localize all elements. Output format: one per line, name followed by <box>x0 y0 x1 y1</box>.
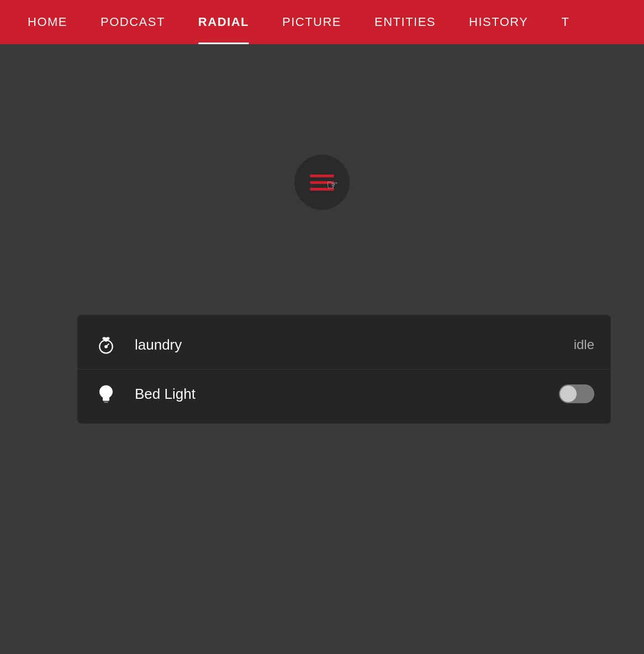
navbar: HOME PODCAST RADIAL PICTURE ENTITIES HIS… <box>0 0 644 44</box>
bed-light-row[interactable]: Bed Light <box>77 369 611 418</box>
nav-label-home: HOME <box>28 15 67 29</box>
nav-item-radial[interactable]: RADIAL <box>182 0 266 44</box>
svg-point-6 <box>105 346 107 348</box>
toggle-knob <box>560 386 577 402</box>
cursor-icon: ☞ <box>326 177 339 193</box>
nav-item-entities[interactable]: ENTITIES <box>358 0 452 44</box>
nav-label-t: T <box>562 15 570 29</box>
nav-item-t[interactable]: T <box>545 0 587 44</box>
nav-item-history[interactable]: HISTORY <box>452 0 545 44</box>
laundry-status: idle <box>574 337 594 352</box>
bed-light-toggle[interactable] <box>559 384 594 403</box>
bed-light-label: Bed Light <box>135 386 559 403</box>
nav-label-podcast: PODCAST <box>101 15 165 29</box>
bulb-icon <box>94 382 118 406</box>
radial-menu-button[interactable]: ☞ <box>294 155 350 210</box>
laundry-label: laundry <box>135 336 574 354</box>
nav-label-picture: PICTURE <box>282 15 341 29</box>
nav-item-home[interactable]: HOME <box>11 0 84 44</box>
nav-label-entities: ENTITIES <box>374 15 436 29</box>
entity-panel: laundry idle Bed Light <box>77 315 611 424</box>
main-content: ☞ <box>0 44 644 654</box>
nav-label-radial: RADIAL <box>198 15 249 29</box>
radial-lines-icon: ☞ <box>310 175 334 191</box>
nav-label-history: HISTORY <box>469 15 529 29</box>
laundry-row[interactable]: laundry idle <box>77 320 611 369</box>
svg-rect-2 <box>103 337 106 339</box>
nav-item-podcast[interactable]: PODCAST <box>84 0 182 44</box>
svg-rect-3 <box>107 337 109 339</box>
nav-item-picture[interactable]: PICTURE <box>266 0 358 44</box>
stopwatch-icon <box>94 333 118 357</box>
